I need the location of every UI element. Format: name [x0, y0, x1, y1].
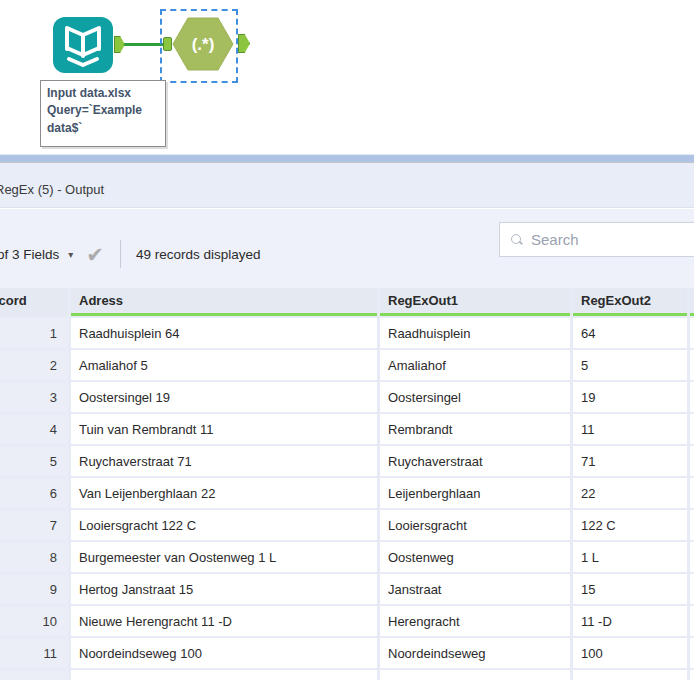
table-row: 7Looiersgracht 122 CLooiersgracht122 C [0, 510, 694, 540]
next-column-sliver-cell [690, 446, 694, 476]
next-column-sliver-cell [690, 510, 694, 540]
adress-cell[interactable]: Looiersgracht 122 C [71, 510, 377, 540]
table-row: 8Burgemeester van Oostenweg 1 LOostenweg… [0, 542, 694, 572]
adress-cell[interactable]: Tuin van Rembrandt 11 [71, 414, 377, 444]
next-column-sliver-cell [690, 574, 694, 604]
regex-icon-label: (.*) [192, 35, 215, 54]
adress-cell [71, 670, 377, 680]
adress-cell[interactable]: Noordeindseweg 100 [71, 638, 377, 668]
table-row: 1Raadhuisplein 64Raadhuisplein64 [0, 318, 694, 348]
regex-tool-input-anchor [163, 37, 172, 51]
regexout1-cell[interactable]: Oostenweg [380, 542, 570, 572]
table-row: 9Hertog Janstraat 15Janstraat15 [0, 574, 694, 604]
search-icon [511, 234, 523, 246]
next-column-sliver-cell [690, 606, 694, 636]
regexout2-cell[interactable]: 5 [573, 350, 687, 380]
annotation-line-3: data$` [47, 120, 159, 137]
table-row: 2Amaliahof 5Amaliahof5 [0, 350, 694, 380]
connection-line [124, 43, 164, 46]
results-table-rows: 1Raadhuisplein 64Raadhuisplein642Amaliah… [0, 318, 694, 668]
results-pane-title: RegEx (5) - Output [0, 182, 104, 197]
column-header-record[interactable]: Record [0, 288, 68, 316]
results-grid: Record Adress RegExOut1 RegExOut2 1Raadh… [0, 288, 694, 680]
table-row: 4Tuin van Rembrandt 11Rembrandt11 [0, 414, 694, 444]
column-header-regexout2[interactable]: RegExOut2 [573, 288, 687, 316]
results-toolbar: of 3 Fields ▾ ✔ 49 records displayed [0, 209, 694, 288]
table-row: 3Oostersingel 19Oostersingel19 [0, 382, 694, 412]
regexout2-cell[interactable]: 64 [573, 318, 687, 348]
regexout2-cell[interactable]: 1 L [573, 542, 687, 572]
regexout2-cell[interactable]: 11 [573, 414, 687, 444]
records-count-label: 49 records displayed [136, 247, 261, 262]
regexout1-cell[interactable]: Janstraat [380, 574, 570, 604]
record-number-cell[interactable]: 2 [0, 350, 68, 380]
next-column-sliver-cell [690, 478, 694, 508]
next-column-sliver-cell [690, 670, 694, 680]
regexout2-cell[interactable]: 11 -D [573, 606, 687, 636]
regexout1-cell[interactable]: Rembrandt [380, 414, 570, 444]
record-number-cell[interactable]: 3 [0, 382, 68, 412]
record-number-cell[interactable]: 5 [0, 446, 68, 476]
next-column-sliver-cell [690, 382, 694, 412]
regexout2-cell[interactable]: 100 [573, 638, 687, 668]
search-box[interactable] [499, 222, 694, 257]
adress-cell[interactable]: Van Leijenberghlaan 22 [71, 478, 377, 508]
column-header-next-sliver [690, 288, 694, 316]
record-number-cell[interactable]: 10 [0, 606, 68, 636]
regexout2-cell[interactable]: 71 [573, 446, 687, 476]
column-header-regexout1[interactable]: RegExOut1 [380, 288, 570, 316]
regex-tool[interactable]: (.*) [172, 13, 234, 75]
regexout2-cell [573, 670, 687, 680]
annotation-line-2: Query=`Example [47, 102, 159, 119]
adress-cell[interactable]: Ruychaverstraat 71 [71, 446, 377, 476]
table-header-row: Record Adress RegExOut1 RegExOut2 [0, 288, 694, 316]
workflow-canvas[interactable]: (.*) Input data.xlsx Query=`Example data… [0, 0, 694, 155]
next-column-sliver-cell [690, 318, 694, 348]
results-pane-titlebar: RegEx (5) - Output [0, 163, 694, 208]
next-column-sliver-cell [690, 414, 694, 444]
tool-annotation[interactable]: Input data.xlsx Query=`Example data$` [40, 80, 166, 147]
record-number-cell[interactable]: 8 [0, 542, 68, 572]
search-input[interactable] [531, 231, 691, 248]
input-data-tool[interactable] [52, 16, 114, 74]
adress-cell[interactable]: Raadhuisplein 64 [71, 318, 377, 348]
app-window: (.*) Input data.xlsx Query=`Example data… [0, 0, 694, 680]
record-number-cell[interactable]: 9 [0, 574, 68, 604]
adress-cell[interactable]: Amaliahof 5 [71, 350, 377, 380]
record-number-cell [0, 670, 68, 680]
adress-cell[interactable]: Burgemeester van Oostenweg 1 L [71, 542, 377, 572]
annotation-line-1: Input data.xlsx [47, 85, 159, 102]
adress-cell[interactable]: Hertog Janstraat 15 [71, 574, 377, 604]
adress-cell[interactable]: Nieuwe Herengracht 11 -D [71, 606, 377, 636]
regexout1-cell[interactable]: Amaliahof [380, 350, 570, 380]
record-number-cell[interactable]: 4 [0, 414, 68, 444]
record-number-cell[interactable]: 6 [0, 478, 68, 508]
regexout2-cell[interactable]: 15 [573, 574, 687, 604]
regexout2-cell[interactable]: 22 [573, 478, 687, 508]
regexout2-cell[interactable]: 122 C [573, 510, 687, 540]
regexout1-cell [380, 670, 570, 680]
regexout1-cell[interactable]: Noordeindseweg [380, 638, 570, 668]
record-number-cell[interactable]: 11 [0, 638, 68, 668]
regexout1-cell[interactable]: Looiersgracht [380, 510, 570, 540]
regexout1-cell[interactable]: Leijenberghlaan [380, 478, 570, 508]
adress-cell[interactable]: Oostersingel 19 [71, 382, 377, 412]
next-column-sliver-cell [690, 542, 694, 572]
regexout1-cell[interactable]: Raadhuisplein [380, 318, 570, 348]
regexout1-cell[interactable]: Herengracht [380, 606, 570, 636]
fields-dropdown[interactable]: of 3 Fields [0, 247, 59, 262]
regexout2-cell[interactable]: 19 [573, 382, 687, 412]
pane-splitter[interactable] [0, 154, 694, 162]
table-row: 10Nieuwe Herengracht 11 -DHerengracht11 … [0, 606, 694, 636]
toolbar-divider [120, 240, 121, 268]
regexout1-cell[interactable]: Ruychaverstraat [380, 446, 570, 476]
regexout1-cell[interactable]: Oostersingel [380, 382, 570, 412]
table-row: 5Ruychaverstraat 71Ruychaverstraat71 [0, 446, 694, 476]
apply-check-icon[interactable]: ✔ [86, 244, 104, 265]
table-row: 11Noordeindseweg 100Noordeindseweg100 [0, 638, 694, 668]
record-number-cell[interactable]: 7 [0, 510, 68, 540]
next-column-sliver-cell [690, 350, 694, 380]
column-header-adress[interactable]: Adress [71, 288, 377, 316]
chevron-down-icon[interactable]: ▾ [68, 249, 73, 260]
record-number-cell[interactable]: 1 [0, 318, 68, 348]
